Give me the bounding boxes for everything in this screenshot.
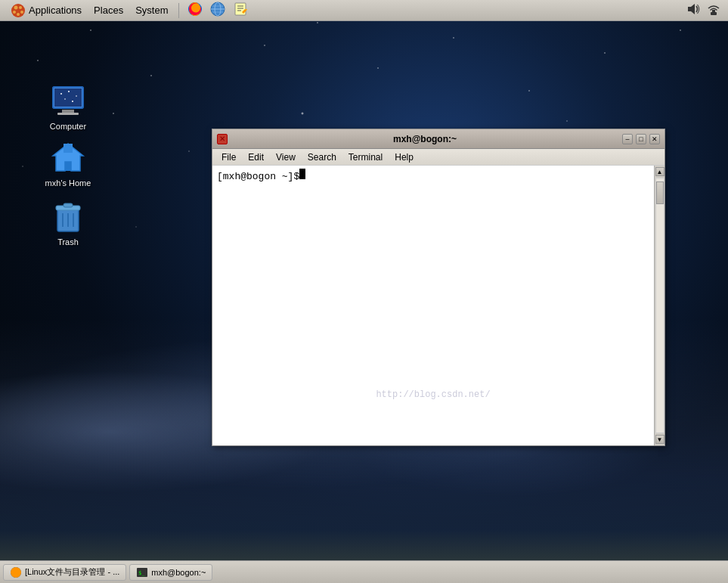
svg-rect-35 (64, 203, 73, 207)
volume-icon (686, 2, 701, 17)
terminal-window: ✕ mxh@bogon:~ – □ ✕ File Edit View Searc… (212, 129, 665, 446)
svg-marker-16 (688, 4, 695, 14)
svg-rect-21 (62, 110, 74, 113)
terminal-close-button[interactable]: ✕ (217, 134, 228, 144)
svg-rect-17 (711, 12, 717, 15)
desktop-icon-computer[interactable]: Computer (38, 79, 98, 134)
notepad-icon (232, 1, 249, 17)
network-icon (705, 2, 722, 17)
svg-rect-12 (235, 3, 246, 15)
terminal-cursor (299, 169, 305, 179)
volume-control[interactable] (686, 2, 701, 20)
svg-point-24 (60, 93, 62, 95)
places-label: Places (94, 5, 123, 16)
taskbar-firefox-icon (10, 566, 22, 578)
home-icon-label: mxh's Home (45, 178, 91, 188)
taskbar-item-terminal[interactable]: $_ mxh@bogon:~ (129, 564, 212, 581)
taskbar-terminal-label: mxh@bogon:~ (151, 568, 206, 577)
home-icon (50, 139, 86, 175)
terminal-menu-view[interactable]: View (270, 151, 302, 163)
svg-rect-31 (64, 144, 73, 153)
applications-label: Applications (29, 5, 82, 16)
svg-point-3 (13, 11, 16, 14)
svg-point-28 (72, 101, 73, 102)
terminal-menu-search[interactable]: Search (302, 151, 342, 163)
system-label: System (135, 5, 168, 16)
terminal-menubar: File Edit View Search Terminal Help (212, 149, 664, 166)
menu-system[interactable]: System (131, 3, 172, 17)
terminal-body[interactable]: [mxh@bogon ~]$ http://blog.csdn.net/ (212, 166, 654, 445)
menu-places[interactable]: Places (89, 3, 128, 17)
taskbar-terminal-icon: $_ (136, 566, 148, 578)
terminal-window-controls: – □ ✕ (622, 134, 660, 144)
svg-point-4 (20, 11, 23, 14)
computer-icon (50, 82, 86, 119)
svg-point-2 (19, 6, 22, 9)
svg-rect-32 (65, 162, 71, 171)
svg-point-25 (68, 91, 70, 92)
desktop-icon-home[interactable]: mxh's Home (38, 136, 98, 191)
scroll-track[interactable] (655, 178, 664, 433)
svg-rect-22 (57, 113, 79, 115)
svg-point-1 (14, 5, 18, 9)
svg-rect-18 (712, 10, 715, 12)
terminal-menu-help[interactable]: Help (389, 151, 420, 163)
svg-rect-23 (54, 88, 82, 107)
trash-icon-label: Trash (57, 237, 79, 247)
panel-right (680, 2, 728, 20)
applications-icon (11, 3, 26, 18)
bottom-taskbar: [Linux文件与目录管理 - ... $_ mxh@bogon:~ (0, 560, 728, 583)
watermark-text: http://blog.csdn.net/ (376, 389, 490, 400)
terminal-prompt: [mxh@bogon ~]$ (217, 171, 299, 182)
network-status[interactable] (705, 2, 722, 20)
terminal-menu-file[interactable]: File (215, 151, 242, 163)
terminal-close-button-right[interactable]: ✕ (649, 134, 660, 144)
taskbar-item-browser[interactable]: [Linux文件与目录管理 - ... (3, 564, 126, 581)
svg-point-27 (64, 98, 66, 100)
menu-applications[interactable]: Applications (6, 2, 86, 20)
terminal-maximize-button[interactable]: □ (636, 134, 646, 144)
desktop-icon-trash[interactable]: Trash (38, 195, 98, 250)
taskbar-browser-label: [Linux文件与目录管理 - ... (25, 566, 119, 578)
desktop: Applications Places System (0, 0, 728, 583)
top-panel: Applications Places System (0, 0, 728, 21)
svg-point-5 (17, 13, 20, 16)
panel-separator (178, 3, 179, 18)
svg-point-26 (76, 95, 77, 97)
terminal-menu-edit[interactable]: Edit (242, 151, 270, 163)
svg-text:$_: $_ (138, 570, 145, 576)
computer-icon-label: Computer (50, 122, 86, 131)
firefox-icon (187, 1, 203, 17)
trash-icon (50, 198, 86, 234)
browser-icon-launcher[interactable] (208, 0, 228, 22)
scroll-thumb[interactable] (656, 181, 664, 204)
terminal-menu-terminal[interactable]: Terminal (342, 151, 389, 163)
scroll-up-button[interactable]: ▲ (655, 167, 664, 176)
panel-left: Applications Places System (0, 0, 680, 22)
terminal-scrollbar: ▲ ▼ (654, 166, 664, 445)
scroll-down-button[interactable]: ▼ (655, 435, 664, 444)
terminal-titlebar: ✕ mxh@bogon:~ – □ ✕ (212, 129, 664, 149)
globe-icon (209, 1, 226, 17)
text-editor-launcher[interactable] (231, 0, 250, 22)
terminal-title: mxh@bogon:~ (228, 134, 622, 144)
terminal-minimize-button[interactable]: – (622, 134, 633, 144)
firefox-launcher[interactable] (185, 0, 205, 22)
